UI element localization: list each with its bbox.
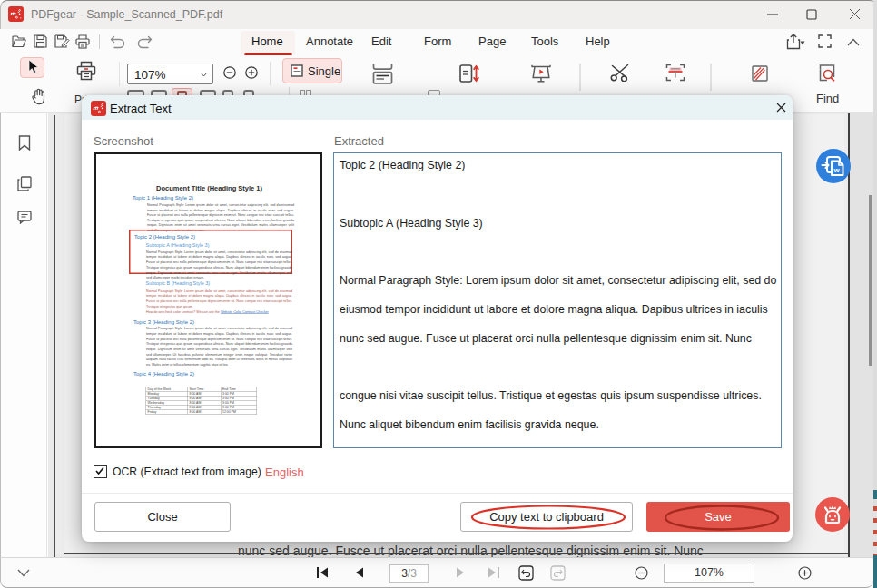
svg-text:w: w (833, 166, 841, 174)
